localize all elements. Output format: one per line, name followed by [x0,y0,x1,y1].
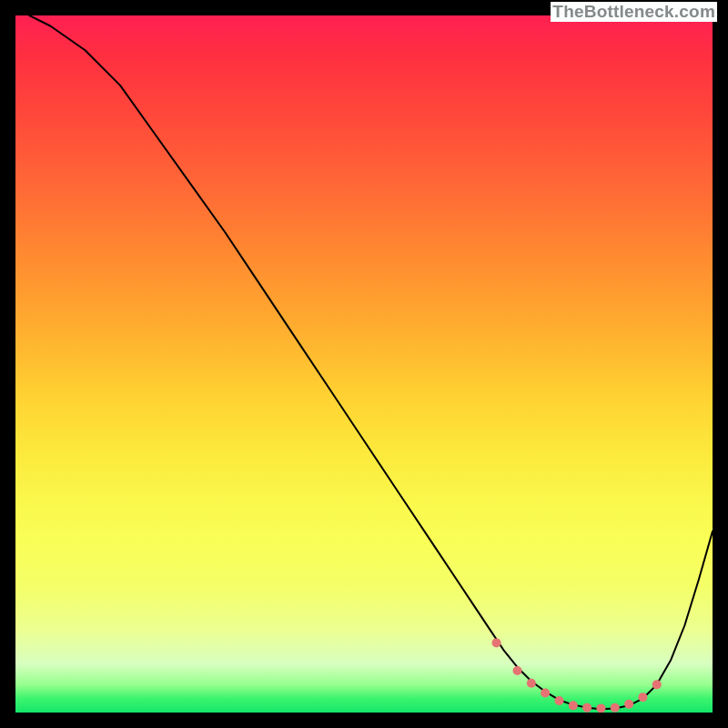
optimal-dot [652,680,662,689]
optimal-dot [554,696,563,705]
optimal-dot [541,689,550,698]
line-chart-svg [15,15,713,713]
watermark-text: TheBottleneck.com [551,2,717,22]
optimal-dot [569,701,578,710]
curve-group [29,15,713,709]
optimal-dot [611,703,620,713]
plot-gradient-area [15,15,713,713]
optimal-dot [638,693,647,702]
bottleneck-curve [29,15,713,709]
optimal-dot [624,700,633,709]
optimal-dot [527,679,536,688]
optimal-dot [582,703,592,713]
optimal-dot [492,638,501,647]
optimal-dot [596,703,605,713]
optimal-dot [513,666,522,675]
chart-container: { "watermark": "TheBottleneck.com", "cha… [0,0,728,728]
